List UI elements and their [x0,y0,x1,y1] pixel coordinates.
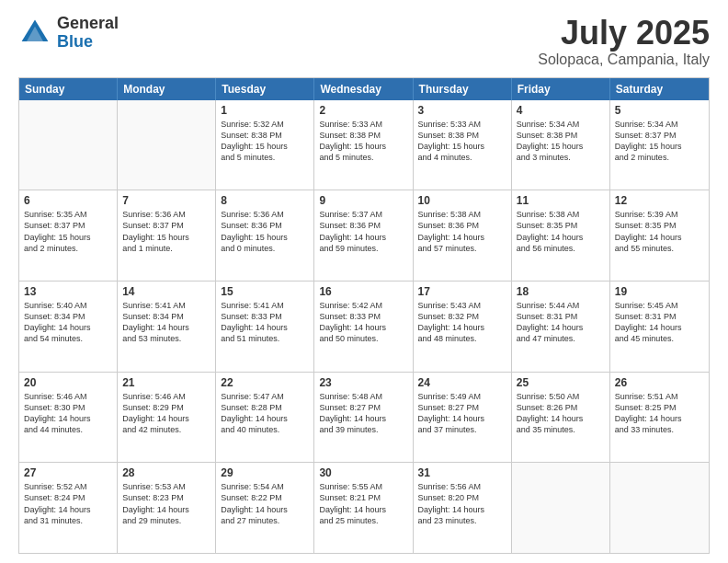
cell-info: Sunrise: 5:32 AM Sunset: 8:38 PM Dayligh… [221,119,309,164]
header-day-monday: Monday [118,78,216,100]
cell-info: Sunrise: 5:55 AM Sunset: 8:21 PM Dayligh… [319,481,407,526]
day-number: 8 [221,194,309,207]
header-day-thursday: Thursday [414,78,512,100]
calendar-cell: 4Sunrise: 5:34 AM Sunset: 8:38 PM Daylig… [512,100,610,190]
calendar-cell: 16Sunrise: 5:42 AM Sunset: 8:33 PM Dayli… [314,282,413,372]
calendar-cell: 12Sunrise: 5:39 AM Sunset: 8:35 PM Dayli… [610,190,709,281]
calendar-cell: 13Sunrise: 5:40 AM Sunset: 8:34 PM Dayli… [19,282,118,372]
calendar-cell [512,463,610,553]
cell-info: Sunrise: 5:51 AM Sunset: 8:25 PM Dayligh… [615,391,704,436]
title-block: July 2025 Solopaca, Campania, Italy [538,15,710,68]
calendar: SundayMondayTuesdayWednesdayThursdayFrid… [18,77,710,554]
cell-info: Sunrise: 5:46 AM Sunset: 8:30 PM Dayligh… [24,391,112,436]
day-number: 26 [615,376,704,389]
day-number: 18 [517,285,605,298]
day-number: 15 [221,285,309,298]
day-number: 14 [122,285,210,298]
calendar-cell: 11Sunrise: 5:38 AM Sunset: 8:35 PM Dayli… [512,190,610,281]
page: General Blue July 2025 Solopaca, Campani… [0,0,728,563]
logo-text: General Blue [57,15,119,52]
month-title: July 2025 [538,15,710,52]
calendar-cell: 2Sunrise: 5:33 AM Sunset: 8:38 PM Daylig… [314,100,413,190]
day-number: 19 [615,285,704,298]
cell-info: Sunrise: 5:54 AM Sunset: 8:22 PM Dayligh… [221,481,309,526]
calendar-cell [19,100,118,190]
header-day-sunday: Sunday [19,78,118,100]
day-number: 10 [418,194,506,207]
day-number: 17 [418,285,506,298]
day-number: 30 [319,466,407,479]
header-day-wednesday: Wednesday [314,78,413,100]
cell-info: Sunrise: 5:33 AM Sunset: 8:38 PM Dayligh… [319,119,407,164]
header-day-friday: Friday [512,78,610,100]
cell-info: Sunrise: 5:43 AM Sunset: 8:32 PM Dayligh… [418,300,506,345]
day-number: 6 [24,194,112,207]
calendar-row-5: 27Sunrise: 5:52 AM Sunset: 8:24 PM Dayli… [19,462,709,553]
calendar-header: SundayMondayTuesdayWednesdayThursdayFrid… [19,78,709,100]
cell-info: Sunrise: 5:45 AM Sunset: 8:31 PM Dayligh… [615,300,704,345]
calendar-cell: 9Sunrise: 5:37 AM Sunset: 8:36 PM Daylig… [314,190,413,281]
header-day-saturday: Saturday [610,78,709,100]
logo-icon [18,17,51,50]
day-number: 16 [319,285,407,298]
calendar-cell: 3Sunrise: 5:33 AM Sunset: 8:38 PM Daylig… [414,100,512,190]
calendar-cell: 10Sunrise: 5:38 AM Sunset: 8:36 PM Dayli… [414,190,512,281]
cell-info: Sunrise: 5:52 AM Sunset: 8:24 PM Dayligh… [24,481,112,526]
cell-info: Sunrise: 5:48 AM Sunset: 8:27 PM Dayligh… [319,391,407,436]
calendar-cell: 22Sunrise: 5:47 AM Sunset: 8:28 PM Dayli… [216,373,314,463]
cell-info: Sunrise: 5:37 AM Sunset: 8:36 PM Dayligh… [319,209,407,254]
cell-info: Sunrise: 5:39 AM Sunset: 8:35 PM Dayligh… [615,209,704,254]
calendar-cell: 5Sunrise: 5:34 AM Sunset: 8:37 PM Daylig… [610,100,709,190]
location-subtitle: Solopaca, Campania, Italy [538,52,710,68]
day-number: 2 [319,104,407,117]
day-number: 25 [517,376,605,389]
logo-general: General [57,15,119,33]
day-number: 24 [418,376,506,389]
day-number: 21 [122,376,210,389]
cell-info: Sunrise: 5:40 AM Sunset: 8:34 PM Dayligh… [24,300,112,345]
calendar-cell: 24Sunrise: 5:49 AM Sunset: 8:27 PM Dayli… [414,373,512,463]
day-number: 11 [517,194,605,207]
day-number: 23 [319,376,407,389]
calendar-body: 1Sunrise: 5:32 AM Sunset: 8:38 PM Daylig… [19,100,709,553]
calendar-cell: 26Sunrise: 5:51 AM Sunset: 8:25 PM Dayli… [610,373,709,463]
cell-info: Sunrise: 5:36 AM Sunset: 8:37 PM Dayligh… [122,209,210,254]
calendar-cell: 31Sunrise: 5:56 AM Sunset: 8:20 PM Dayli… [414,463,512,553]
calendar-cell: 17Sunrise: 5:43 AM Sunset: 8:32 PM Dayli… [414,282,512,372]
day-number: 4 [517,104,605,117]
cell-info: Sunrise: 5:38 AM Sunset: 8:36 PM Dayligh… [418,209,506,254]
logo: General Blue [18,15,119,52]
header: General Blue July 2025 Solopaca, Campani… [18,15,710,68]
calendar-cell: 18Sunrise: 5:44 AM Sunset: 8:31 PM Dayli… [512,282,610,372]
calendar-cell: 30Sunrise: 5:55 AM Sunset: 8:21 PM Dayli… [314,463,413,553]
cell-info: Sunrise: 5:34 AM Sunset: 8:38 PM Dayligh… [517,119,605,164]
calendar-cell: 27Sunrise: 5:52 AM Sunset: 8:24 PM Dayli… [19,463,118,553]
calendar-cell: 20Sunrise: 5:46 AM Sunset: 8:30 PM Dayli… [19,373,118,463]
calendar-row-2: 6Sunrise: 5:35 AM Sunset: 8:37 PM Daylig… [19,190,709,281]
calendar-row-3: 13Sunrise: 5:40 AM Sunset: 8:34 PM Dayli… [19,281,709,372]
calendar-cell: 23Sunrise: 5:48 AM Sunset: 8:27 PM Dayli… [314,373,413,463]
day-number: 5 [615,104,704,117]
calendar-cell: 21Sunrise: 5:46 AM Sunset: 8:29 PM Dayli… [118,373,216,463]
cell-info: Sunrise: 5:49 AM Sunset: 8:27 PM Dayligh… [418,391,506,436]
day-number: 22 [221,376,309,389]
calendar-row-1: 1Sunrise: 5:32 AM Sunset: 8:38 PM Daylig… [19,100,709,190]
day-number: 27 [24,466,112,479]
day-number: 12 [615,194,704,207]
calendar-cell: 6Sunrise: 5:35 AM Sunset: 8:37 PM Daylig… [19,190,118,281]
calendar-cell [118,100,216,190]
header-day-tuesday: Tuesday [216,78,314,100]
day-number: 7 [122,194,210,207]
cell-info: Sunrise: 5:35 AM Sunset: 8:37 PM Dayligh… [24,209,112,254]
day-number: 3 [418,104,506,117]
cell-info: Sunrise: 5:33 AM Sunset: 8:38 PM Dayligh… [418,119,506,164]
day-number: 9 [319,194,407,207]
cell-info: Sunrise: 5:50 AM Sunset: 8:26 PM Dayligh… [517,391,605,436]
day-number: 28 [122,466,210,479]
cell-info: Sunrise: 5:53 AM Sunset: 8:23 PM Dayligh… [122,481,210,526]
calendar-cell: 28Sunrise: 5:53 AM Sunset: 8:23 PM Dayli… [118,463,216,553]
cell-info: Sunrise: 5:47 AM Sunset: 8:28 PM Dayligh… [221,391,309,436]
day-number: 20 [24,376,112,389]
calendar-cell: 14Sunrise: 5:41 AM Sunset: 8:34 PM Dayli… [118,282,216,372]
calendar-cell: 1Sunrise: 5:32 AM Sunset: 8:38 PM Daylig… [216,100,314,190]
